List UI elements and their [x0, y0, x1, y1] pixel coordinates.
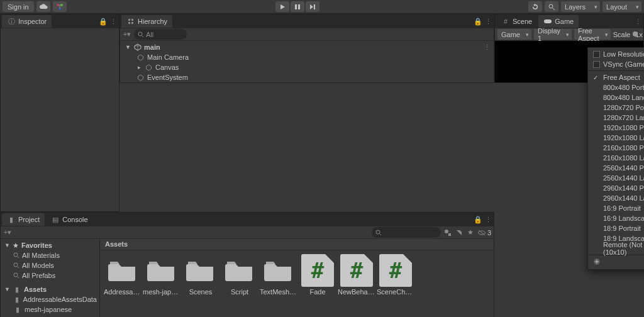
- undo-history-icon[interactable]: [528, 1, 542, 12]
- aspect-option[interactable]: 1280x720 Portrait: [588, 103, 644, 113]
- folder-icon: [106, 254, 139, 287]
- scene-menu-icon[interactable]: ⋮: [482, 43, 491, 52]
- csharp-script-icon: #: [379, 254, 412, 287]
- aspect-dropdown[interactable]: Free Aspect: [574, 29, 611, 40]
- aspect-option[interactable]: 2560x1440 Portrait: [588, 163, 644, 173]
- display-dropdown[interactable]: Display 1: [534, 29, 572, 40]
- gameobject-icon: [136, 74, 145, 82]
- breadcrumb[interactable]: Assets: [100, 239, 494, 250]
- vsync-toggle[interactable]: VSync (Game view only): [588, 59, 644, 69]
- project-search[interactable]: [372, 227, 441, 238]
- asset-item[interactable]: Addressab…: [104, 254, 142, 296]
- aspect-option[interactable]: 800x480 Landscape: [588, 92, 644, 103]
- add-icon[interactable]: +▾: [123, 30, 131, 39]
- svg-rect-16: [448, 233, 451, 236]
- asset-item[interactable]: Scenes: [182, 254, 219, 296]
- hierarchy-search[interactable]: All: [134, 29, 187, 40]
- folder-icon: ▮: [13, 295, 21, 304]
- asset-item[interactable]: #NewBehavi…: [338, 254, 375, 296]
- aspect-option[interactable]: Remote (Not Connected) (10x10): [588, 243, 644, 253]
- version-control-icon[interactable]: [53, 1, 67, 12]
- svg-rect-3: [295, 4, 297, 9]
- asset-item[interactable]: #Fade: [299, 254, 336, 296]
- aspect-option[interactable]: 18:9 Portrait: [588, 223, 644, 233]
- panel-lock-icon[interactable]: 🔒: [99, 17, 108, 26]
- cloud-icon[interactable]: [36, 1, 50, 12]
- pause-button[interactable]: [291, 1, 304, 12]
- search-icon: [375, 230, 382, 236]
- asset-item[interactable]: Script: [221, 254, 258, 296]
- asset-item[interactable]: mesh-japa…: [143, 254, 180, 296]
- project-tab[interactable]: ▮Project: [2, 213, 45, 226]
- filter-by-type-icon[interactable]: [443, 228, 452, 237]
- game-toolbar: Game Display 1 Free Aspect Scale 1x Play…: [495, 28, 643, 41]
- search-icon: [13, 252, 19, 259]
- game-tab[interactable]: Game: [538, 15, 579, 28]
- asset-folder[interactable]: ▮mesh-japanese: [1, 304, 99, 314]
- aspect-option[interactable]: Free Aspect: [588, 72, 644, 82]
- inspector-tab[interactable]: ⓘ Inspector: [2, 15, 52, 28]
- aspect-option[interactable]: 2960x1440 Portrait: [588, 183, 644, 193]
- aspect-option[interactable]: 1920x1080 Landscape: [588, 133, 644, 143]
- favorite-item[interactable]: All Models: [1, 260, 99, 270]
- panel-menu-icon[interactable]: ⋮: [484, 215, 492, 224]
- console-icon: ▤: [51, 215, 60, 224]
- save-search-icon[interactable]: ★: [466, 228, 475, 237]
- hierarchy-item[interactable]: ▸Canvas: [120, 62, 494, 72]
- scene-tab[interactable]: #Scene: [496, 15, 537, 28]
- panel-menu-icon[interactable]: ⋮: [633, 17, 642, 26]
- project-panel: ▮Project ▤Console 🔒 ⋮ +▾ ★ 3 ▼★Favorites…: [0, 212, 494, 317]
- hierarchy-icon: [126, 17, 135, 26]
- asset-folder[interactable]: ▮AddressableAssetsData: [1, 294, 99, 304]
- folder-icon: ▮: [7, 215, 16, 224]
- panel-menu-icon[interactable]: ⋮: [109, 17, 118, 26]
- aspect-option[interactable]: 800x480 Portrait: [588, 82, 644, 92]
- aspect-option[interactable]: 16:9 Landscape: [588, 213, 644, 223]
- favorite-item[interactable]: All Prefabs: [1, 270, 99, 281]
- play-button[interactable]: [275, 1, 289, 12]
- asset-item[interactable]: #SceneCha…: [377, 254, 414, 296]
- aspect-option[interactable]: 2160x1080 Landscape: [588, 153, 644, 163]
- svg-rect-9: [128, 22, 130, 24]
- add-aspect-icon[interactable]: [588, 257, 644, 268]
- aspect-option[interactable]: 1920x1080 Portrait: [588, 123, 644, 133]
- foldout-icon[interactable]: ▸: [136, 64, 142, 70]
- folder-icon: [262, 254, 295, 287]
- svg-point-14: [376, 230, 380, 234]
- low-res-toggle[interactable]: Low Resolution Aspect Ratios: [588, 49, 644, 59]
- hierarchy-item[interactable]: EventSystem: [120, 72, 494, 82]
- gameobject-icon: [136, 53, 145, 62]
- scene-root[interactable]: ▼ main ⋮: [120, 42, 494, 52]
- aspect-popup: Low Resolution Aspect Ratios VSync (Game…: [587, 47, 644, 270]
- search-global-icon[interactable]: [545, 1, 558, 12]
- favorite-item[interactable]: All Materials: [1, 250, 99, 260]
- favorites-header[interactable]: ▼★Favorites: [1, 240, 99, 250]
- csharp-script-icon: #: [340, 254, 373, 287]
- asset-folder[interactable]: ▮Scenes: [1, 314, 99, 317]
- filter-by-label-icon[interactable]: [455, 228, 464, 237]
- asset-item[interactable]: TextMesh …: [260, 254, 297, 296]
- aspect-option[interactable]: 16:9 Portrait: [588, 203, 644, 213]
- hierarchy-item[interactable]: Main Camera: [120, 52, 494, 62]
- hidden-count[interactable]: 3: [477, 228, 491, 237]
- top-toolbar: Sign in Layers Layout: [0, 0, 644, 14]
- aspect-option[interactable]: 1280x720 Landscape: [588, 113, 644, 123]
- panel-lock-icon[interactable]: 🔒: [474, 215, 482, 224]
- panel-menu-icon[interactable]: ⋮: [484, 17, 492, 26]
- assets-header[interactable]: ▼▮Assets: [1, 284, 99, 294]
- star-icon: ★: [13, 242, 19, 250]
- add-icon[interactable]: +▾: [3, 228, 12, 237]
- step-button[interactable]: [306, 1, 319, 12]
- aspect-option[interactable]: 2160x1080 Portrait: [588, 143, 644, 153]
- layout-dropdown[interactable]: Layout: [602, 1, 641, 12]
- game-dropdown[interactable]: Game: [497, 29, 531, 40]
- aspect-option[interactable]: 2960x1440 Landscape: [588, 193, 644, 203]
- layers-dropdown[interactable]: Layers: [561, 1, 600, 12]
- svg-rect-4: [298, 4, 300, 9]
- panel-lock-icon[interactable]: 🔒: [474, 17, 482, 26]
- hierarchy-tab[interactable]: Hierarchy: [121, 15, 172, 28]
- signin-button[interactable]: Sign in: [3, 1, 34, 12]
- console-tab[interactable]: ▤Console: [46, 213, 92, 226]
- aspect-option[interactable]: 2560x1440 Landscape: [588, 173, 644, 183]
- foldout-icon[interactable]: ▼: [125, 44, 131, 50]
